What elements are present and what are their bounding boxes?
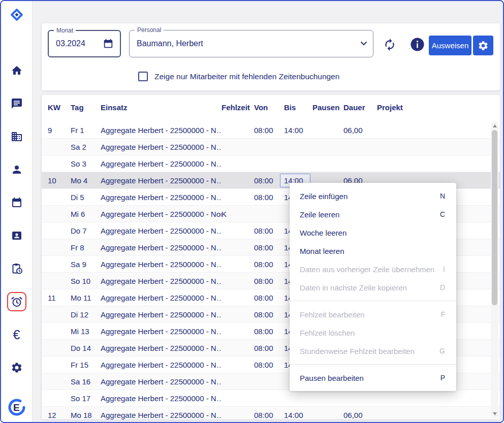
cell-tag[interactable]: Sa 9 [71,260,101,269]
sidebar-item-settings[interactable] [7,358,26,377]
contact-card-icon [11,230,23,242]
diamond-logo-icon [8,6,25,23]
column-header-kw: KW [48,103,71,112]
sidebar-item-employees[interactable] [7,160,26,179]
cell-tag[interactable]: Do 14 [71,344,101,352]
cell-tag[interactable]: Mi 6 [71,210,101,218]
sidebar-item-planning[interactable] [7,259,26,278]
cell-tag[interactable]: Fr 8 [71,243,101,252]
sidebar-item-finance[interactable]: € [7,325,26,344]
sidebar-item-calendar[interactable] [7,193,26,212]
cell-tag[interactable]: Mo 4 [71,176,101,185]
cell-tag[interactable]: So 10 [71,277,101,285]
context-menu-item[interactable]: Monat leeren [290,242,456,260]
cell-tag[interactable]: Do 7 [71,226,101,235]
context-menu-item[interactable]: Zeile leerenC [290,205,456,223]
cell-einsatz[interactable]: Aggregate Herbert - 22500000 - Nord [101,210,222,218]
cell-tag[interactable]: Di 5 [71,193,101,202]
sidebar-item-home[interactable] [7,61,26,80]
cell-einsatz[interactable]: Aggregate Herbert - 22500000 - N… [101,193,222,202]
cell-tag[interactable]: Mo 18 [71,411,101,419]
cell-bis[interactable]: 14:00 [284,126,312,135]
ausweisen-button[interactable]: Ausweisen [429,36,471,55]
person-icon [11,164,23,176]
table-row[interactable]: Sa 2Aggregate Herbert - 22500000 - N… [42,139,500,155]
cell-tag[interactable]: Fr 1 [71,126,101,135]
menu-item-label: Stundenweise Fehlzeit bearbeiten [300,347,415,355]
table-row[interactable]: 9Fr 1Aggregate Herbert - 22500000 - N…08… [42,122,500,139]
context-menu-item[interactable]: Woche leeren [290,223,456,242]
cell-tag[interactable]: Mo 11 [71,294,101,302]
info-icon[interactable] [411,38,424,51]
cell-von[interactable]: 08:00 [254,361,284,369]
cell-einsatz[interactable]: Aggregate Herbert - 22500000 - N… [101,176,222,185]
cell-tag[interactable]: So 17 [71,394,101,403]
cell-fehlzeit[interactable]: K [222,210,254,218]
cell-von[interactable]: 08:00 [254,411,284,419]
app-logo[interactable] [7,5,26,24]
sidebar-item-time-tracking[interactable] [7,292,26,311]
sidebar-item-messages[interactable] [7,94,26,113]
settings-button[interactable] [473,36,493,55]
scrollbar[interactable] [491,122,498,418]
cell-dauer[interactable]: 06,00 [343,411,377,419]
cell-tag[interactable]: Fr 15 [71,361,101,369]
cell-einsatz[interactable]: Aggregate Herbert - 22500000 - N… [101,277,222,285]
scroll-down-icon[interactable] [493,412,497,415]
cell-einsatz[interactable]: Aggregate Herbert - 22500000 - N… [101,294,222,302]
cell-einsatz[interactable]: Aggregate Herbert - 22500000 - N… [101,260,222,269]
calendar-picker-icon[interactable] [103,38,114,49]
cell-bis[interactable]: 14:00 [284,411,312,419]
cell-von[interactable]: 08:00 [254,344,284,352]
scroll-up-icon[interactable] [493,124,497,127]
cell-einsatz[interactable]: Aggregate Herbert - 22500000 - N… [101,327,222,336]
refresh-button[interactable] [381,36,398,53]
cell-einsatz[interactable]: Aggregate Herbert - 22500000 - N… [101,344,222,352]
cell-einsatz[interactable]: Aggregate Herbert - 22500000 - N… [101,243,222,252]
chevron-down-icon[interactable] [361,42,367,46]
cell-tag[interactable]: Mi 13 [71,327,101,336]
cell-von[interactable]: 08:00 [254,193,284,202]
menu-divider [290,364,456,365]
cell-kw[interactable]: 9 [48,126,71,135]
cell-einsatz[interactable]: Aggregate Herbert - 22500000 - N… [101,126,222,135]
cell-einsatz[interactable]: Aggregate Herbert - 22500000 - N… [101,226,222,235]
table-row[interactable]: So 17Aggregate Herbert - 22500000 - N… [42,390,500,407]
cell-kw[interactable]: 12 [48,411,71,419]
sidebar-item-contacts[interactable] [7,226,26,245]
filter-row: Zeige nur Mitarbeiter mit fehlenden Zeit… [138,72,339,81]
cell-tag[interactable]: Sa 2 [71,143,101,151]
cell-von[interactable]: 08:00 [254,260,284,269]
context-menu-item[interactable]: Pausen bearbeitenP [290,369,456,387]
cell-kw[interactable]: 10 [48,176,71,185]
cell-einsatz[interactable]: Aggregate Herbert - 22500000 - N… [101,411,222,419]
context-menu-item[interactable]: Zeile einfügenN [290,187,456,205]
cell-von[interactable]: 08:00 [254,310,284,319]
personal-select[interactable]: Personal Baumann, Herbert [129,30,373,57]
cell-von[interactable]: 08:00 [254,277,284,285]
cell-einsatz[interactable]: Aggregate Herbert - 22500000 - N… [101,394,222,403]
cell-einsatz[interactable]: Aggregate Herbert - 22500000 - N… [101,377,222,386]
cell-tag[interactable]: So 3 [71,159,101,168]
cell-von[interactable]: 08:00 [254,243,284,252]
cell-tag[interactable]: Di 12 [71,310,101,319]
cell-von[interactable]: 08:00 [254,327,284,336]
menu-item-shortcut: P [440,374,445,382]
sidebar-item-company[interactable] [7,127,26,146]
cell-tag[interactable]: Sa 16 [71,377,101,386]
cell-von[interactable]: 08:00 [254,126,284,135]
filter-checkbox-label: Zeige nur Mitarbeiter mit fehlenden Zeit… [154,72,339,81]
cell-einsatz[interactable]: Aggregate Herbert - 22500000 - N… [101,361,222,369]
table-row[interactable]: 12Mo 18Aggregate Herbert - 22500000 - N…… [42,407,500,419]
cell-einsatz[interactable]: Aggregate Herbert - 22500000 - N… [101,310,222,319]
table-row[interactable]: So 3Aggregate Herbert - 22500000 - N… [42,155,500,172]
cell-von[interactable]: 08:00 [254,294,284,302]
scrollbar-thumb[interactable] [492,130,497,305]
filter-checkbox[interactable] [138,72,148,81]
cell-einsatz[interactable]: Aggregate Herbert - 22500000 - N… [101,143,222,151]
cell-von[interactable]: 08:00 [254,226,284,235]
cell-dauer[interactable]: 06,00 [343,126,377,135]
cell-einsatz[interactable]: Aggregate Herbert - 22500000 - N… [101,159,222,168]
cell-kw[interactable]: 11 [48,294,71,302]
month-field[interactable]: Monat 03.2024 [48,30,121,57]
